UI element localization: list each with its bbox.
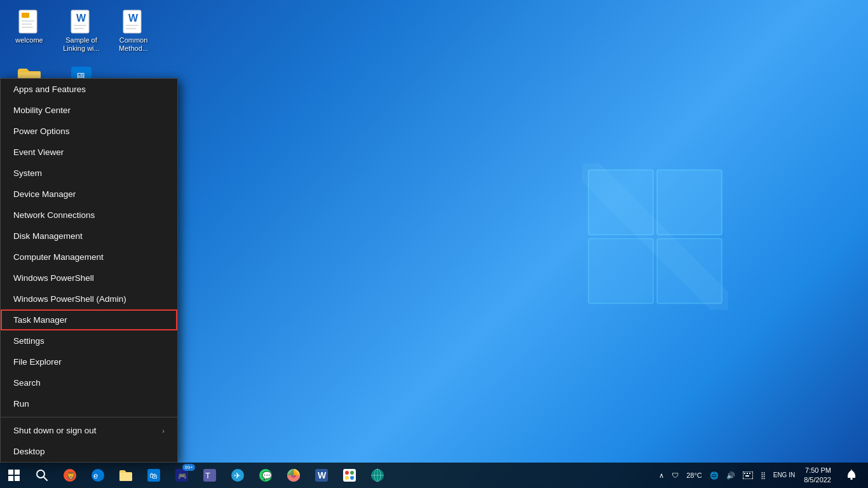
menu-item-label-network-connections: Network Connections	[13, 210, 95, 220]
menu-item-system[interactable]: System	[1, 163, 177, 184]
taskbar-store[interactable]: 🛍	[140, 463, 168, 488]
tray-expand[interactable]: ∧	[656, 470, 667, 481]
tray-volume[interactable]: 🔊	[724, 470, 738, 481]
svg-rect-44	[343, 469, 356, 482]
menu-item-power-options[interactable]: Power Options	[1, 121, 177, 142]
svg-rect-57	[745, 475, 749, 477]
svg-text:💬: 💬	[262, 470, 273, 481]
system-tray: ∧ 🛡 28°C 🌐 🔊	[654, 463, 868, 488]
sample-icon: W	[69, 9, 94, 34]
sample-label: Sample of Linking wi...	[61, 36, 102, 53]
taskbar-search[interactable]	[28, 463, 56, 488]
taskbar-globe[interactable]	[363, 463, 391, 488]
svg-rect-16	[126, 25, 139, 26]
menu-item-windows-powershell[interactable]: Windows PowerShell	[1, 268, 177, 288]
tray-language[interactable]: ENG IN	[771, 470, 797, 480]
svg-text:W: W	[76, 13, 86, 24]
menu-item-file-explorer[interactable]: File Explorer	[1, 351, 177, 372]
welcome-icon	[17, 9, 42, 34]
menu-item-shut-down[interactable]: Shut down or sign out›	[1, 420, 177, 441]
taskbar-telegram[interactable]: ✈	[224, 463, 252, 488]
svg-rect-54	[744, 473, 745, 474]
keyboard-icon	[743, 471, 753, 479]
menu-item-label-windows-powershell-admin: Windows PowerShell (Admin)	[13, 294, 126, 304]
menu-item-label-windows-powershell: Windows PowerShell	[13, 273, 94, 283]
menu-item-label-settings: Settings	[13, 336, 44, 346]
svg-rect-13	[74, 28, 84, 29]
taskbar-badge-app[interactable]: 🎮 99+	[168, 463, 196, 488]
desktop-icon-welcome[interactable]: welcome	[6, 6, 52, 55]
svg-rect-23	[15, 476, 20, 481]
svg-point-46	[350, 471, 354, 475]
svg-text:🎮: 🎮	[178, 471, 187, 480]
menu-item-label-apps-features: Apps and Features	[13, 85, 86, 94]
desktop-icon-sample[interactable]: W Sample of Linking wi...	[58, 6, 104, 55]
desktop-icon-common[interactable]: W Common Method...	[111, 6, 156, 55]
svg-text:W: W	[128, 13, 139, 24]
tray-network[interactable]: 🌐	[707, 470, 721, 481]
menu-item-run[interactable]: Run	[1, 393, 177, 414]
menu-item-mobility-center[interactable]: Mobility Center	[1, 100, 177, 121]
menu-item-label-device-manager: Device Manager	[13, 189, 76, 199]
volume-icon: 🔊	[726, 471, 735, 480]
menu-item-search[interactable]: Search	[1, 372, 177, 393]
svg-rect-22	[8, 476, 13, 481]
badge-99: 99+	[182, 464, 195, 471]
svg-text:🛍: 🛍	[149, 471, 158, 480]
menu-item-network-connections[interactable]: Network Connections	[1, 205, 177, 226]
menu-item-computer-management[interactable]: Computer Management	[1, 247, 177, 268]
menu-item-task-manager[interactable]: Task Manager	[1, 309, 177, 330]
svg-rect-58	[850, 478, 853, 480]
taskbar-files[interactable]	[112, 463, 140, 488]
menu-item-label-file-explorer: File Explorer	[13, 357, 62, 367]
svg-text:W: W	[318, 470, 327, 480]
menu-item-label-power-options: Power Options	[13, 126, 70, 136]
svg-rect-21	[15, 470, 20, 475]
menu-item-desktop[interactable]: Desktop	[1, 441, 177, 462]
context-menu: Apps and FeaturesMobility CenterPower Op…	[0, 78, 178, 463]
taskbar: 🦁 e 🛍	[0, 463, 868, 488]
taskbar-whatsapp[interactable]: 💬	[252, 463, 280, 488]
menu-item-label-task-manager: Task Manager	[13, 315, 67, 325]
taskbar-brave[interactable]: 🦁	[56, 463, 84, 488]
svg-rect-20	[8, 470, 13, 475]
menu-item-apps-features[interactable]: Apps and Features	[1, 79, 177, 100]
tray-temperature[interactable]: 28°C	[684, 470, 705, 480]
tray-network2[interactable]: ⣿	[758, 470, 768, 481]
language-label: ENG IN	[773, 471, 795, 479]
taskbar-word[interactable]: W	[308, 463, 336, 488]
taskbar-edge[interactable]: e	[84, 463, 112, 488]
taskbar-notification[interactable]	[837, 463, 865, 488]
svg-text:✈: ✈	[234, 471, 241, 480]
network2-icon: ⣿	[761, 471, 766, 480]
tray-clock[interactable]: 7:50 PM 8/5/2022	[800, 464, 835, 487]
svg-line-25	[44, 477, 47, 480]
menu-item-disk-management[interactable]: Disk Management	[1, 226, 177, 247]
menu-item-label-disk-management: Disk Management	[13, 231, 83, 241]
start-button[interactable]	[0, 463, 28, 488]
menu-item-windows-powershell-admin[interactable]: Windows PowerShell (Admin)	[1, 288, 177, 309]
menu-item-arrow-shut-down: ›	[162, 427, 165, 435]
tray-security[interactable]: 🛡	[669, 470, 681, 480]
taskbar-chrome[interactable]	[280, 463, 308, 488]
menu-item-label-run: Run	[13, 399, 29, 409]
menu-item-event-viewer[interactable]: Event Viewer	[1, 142, 177, 163]
svg-rect-12	[74, 25, 86, 26]
svg-rect-55	[747, 473, 748, 474]
tray-date: 8/5/2022	[804, 475, 831, 485]
taskbar-paint[interactable]	[336, 463, 363, 488]
expand-icon: ∧	[659, 471, 664, 480]
windows-logo	[582, 164, 728, 310]
menu-item-device-manager[interactable]: Device Manager	[1, 184, 177, 205]
svg-rect-17	[126, 28, 136, 29]
svg-rect-6	[22, 13, 29, 18]
svg-rect-2	[588, 239, 653, 304]
svg-point-47	[345, 476, 349, 480]
welcome-label: welcome	[15, 36, 43, 44]
menu-item-label-computer-management: Computer Management	[13, 252, 104, 262]
tray-keyboard[interactable]	[740, 470, 756, 480]
taskbar-teams[interactable]: T	[196, 463, 224, 488]
svg-rect-9	[22, 27, 33, 28]
menu-item-settings[interactable]: Settings	[1, 330, 177, 351]
menu-item-label-search: Search	[13, 378, 41, 388]
